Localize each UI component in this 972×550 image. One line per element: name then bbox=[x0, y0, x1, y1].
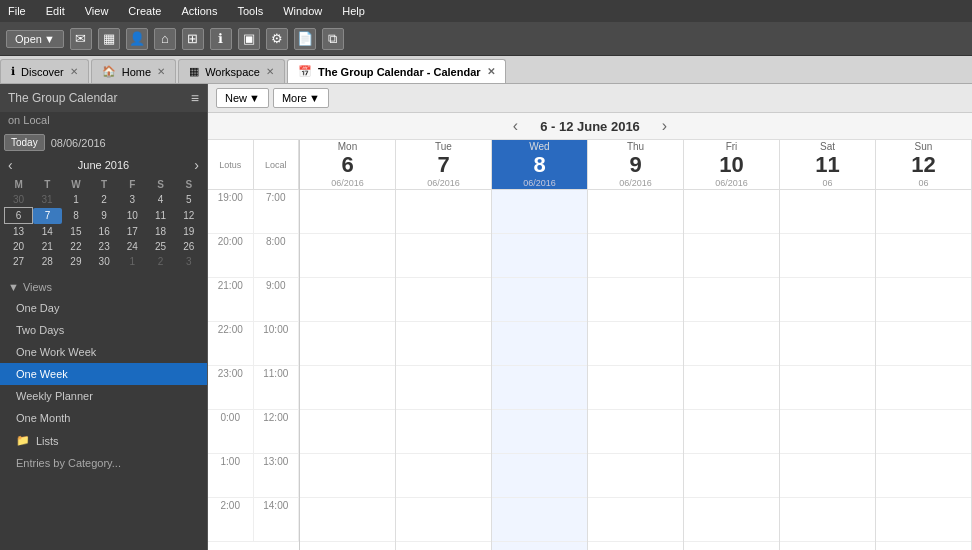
mini-cal-day[interactable]: 13 bbox=[5, 224, 33, 240]
open-button[interactable]: Open ▼ bbox=[6, 30, 64, 48]
mini-cal-day[interactable]: 3 bbox=[175, 254, 203, 269]
today-button[interactable]: Today bbox=[4, 134, 45, 151]
tab-home-close[interactable]: ✕ bbox=[157, 66, 165, 77]
apps-icon[interactable]: ⊞ bbox=[182, 28, 204, 50]
tab-group-calendar-close[interactable]: ✕ bbox=[487, 66, 495, 77]
copy-icon[interactable]: ⧉ bbox=[322, 28, 344, 50]
calendar-cell[interactable] bbox=[684, 234, 779, 278]
mini-cal-day[interactable]: 16 bbox=[90, 224, 118, 240]
calendar-cell[interactable] bbox=[588, 278, 683, 322]
view-item-one-work-week[interactable]: One Work Week bbox=[0, 341, 207, 363]
mini-cal-day[interactable]: 27 bbox=[5, 254, 33, 269]
mini-cal-day[interactable]: 14 bbox=[33, 224, 62, 240]
mini-cal-day[interactable]: 17 bbox=[118, 224, 146, 240]
more-button[interactable]: More ▼ bbox=[273, 88, 329, 108]
calendar-cell[interactable] bbox=[492, 454, 587, 498]
calendar-cell[interactable] bbox=[876, 366, 971, 410]
mini-cal-day[interactable]: 1 bbox=[118, 254, 146, 269]
mini-cal-day[interactable]: 24 bbox=[118, 239, 146, 254]
doc-icon[interactable]: 📄 bbox=[294, 28, 316, 50]
calendar-cell[interactable] bbox=[588, 498, 683, 542]
view-item-two-days[interactable]: Two Days bbox=[0, 319, 207, 341]
tab-discover[interactable]: ℹ Discover ✕ bbox=[0, 59, 89, 83]
day-column-fri[interactable] bbox=[684, 190, 780, 550]
day-column-sat[interactable] bbox=[780, 190, 876, 550]
mini-cal-day[interactable]: 22 bbox=[62, 239, 90, 254]
calendar-cell[interactable] bbox=[876, 234, 971, 278]
monitor-icon[interactable]: ▣ bbox=[238, 28, 260, 50]
mail-icon[interactable]: ✉ bbox=[70, 28, 92, 50]
calendar-cell[interactable] bbox=[492, 498, 587, 542]
calendar-cell[interactable] bbox=[588, 454, 683, 498]
calendar-cell[interactable] bbox=[780, 234, 875, 278]
mini-cal-day[interactable]: 6 bbox=[5, 208, 33, 224]
calendar-cell[interactable] bbox=[396, 410, 491, 454]
menu-actions[interactable]: Actions bbox=[177, 3, 221, 19]
calendar-cell[interactable] bbox=[300, 190, 395, 234]
mini-cal-day[interactable]: 19 bbox=[175, 224, 203, 240]
calendar-cell[interactable] bbox=[780, 454, 875, 498]
calendar-cell[interactable] bbox=[588, 410, 683, 454]
menu-create[interactable]: Create bbox=[124, 3, 165, 19]
home-icon[interactable]: ⌂ bbox=[154, 28, 176, 50]
calendar-cell[interactable] bbox=[396, 234, 491, 278]
day-column-sun[interactable] bbox=[876, 190, 972, 550]
calendar-cell[interactable] bbox=[876, 410, 971, 454]
menu-help[interactable]: Help bbox=[338, 3, 369, 19]
menu-file[interactable]: File bbox=[4, 3, 30, 19]
mini-cal-day[interactable]: 1 bbox=[62, 192, 90, 208]
mini-cal-day[interactable]: 2 bbox=[90, 192, 118, 208]
calendar-cell[interactable] bbox=[876, 498, 971, 542]
calendar-cell[interactable] bbox=[492, 410, 587, 454]
calendar-cell[interactable] bbox=[396, 322, 491, 366]
calendar-cell[interactable] bbox=[396, 190, 491, 234]
prev-month-button[interactable]: ‹ bbox=[4, 157, 17, 173]
calendar-cell[interactable] bbox=[300, 278, 395, 322]
mini-cal-day[interactable]: 3 bbox=[118, 192, 146, 208]
calendar-cell[interactable] bbox=[684, 322, 779, 366]
info-icon[interactable]: ℹ bbox=[210, 28, 232, 50]
calendar-cell[interactable] bbox=[876, 454, 971, 498]
menu-window[interactable]: Window bbox=[279, 3, 326, 19]
day-column-tue[interactable] bbox=[396, 190, 492, 550]
mini-cal-day[interactable]: 5 bbox=[175, 192, 203, 208]
calendar-cell[interactable] bbox=[300, 498, 395, 542]
day-column-thu[interactable] bbox=[588, 190, 684, 550]
calendar-cell[interactable] bbox=[780, 498, 875, 542]
views-header[interactable]: ▼ Views bbox=[0, 277, 207, 297]
tab-workspace[interactable]: ▦ Workspace ✕ bbox=[178, 59, 285, 83]
lists-item[interactable]: 📁 Lists bbox=[0, 429, 207, 452]
contacts-icon[interactable]: 👤 bbox=[126, 28, 148, 50]
calendar-cell[interactable] bbox=[780, 190, 875, 234]
mini-cal-day[interactable]: 12 bbox=[175, 208, 203, 224]
calendar-cell[interactable] bbox=[588, 322, 683, 366]
calendar-cell[interactable] bbox=[684, 410, 779, 454]
mini-cal-day[interactable]: 25 bbox=[147, 239, 175, 254]
calendar-cell[interactable] bbox=[300, 454, 395, 498]
calendar-cell[interactable] bbox=[588, 234, 683, 278]
calendar-cell[interactable] bbox=[396, 454, 491, 498]
calendar-cell[interactable] bbox=[396, 278, 491, 322]
mini-cal-day[interactable]: 18 bbox=[147, 224, 175, 240]
calendar-cell[interactable] bbox=[492, 278, 587, 322]
calendar-cell[interactable] bbox=[300, 410, 395, 454]
calendar-cell[interactable] bbox=[780, 410, 875, 454]
menu-tools[interactable]: Tools bbox=[233, 3, 267, 19]
mini-cal-day[interactable]: 28 bbox=[33, 254, 62, 269]
view-item-one-day[interactable]: One Day bbox=[0, 297, 207, 319]
calendar-cell[interactable] bbox=[492, 322, 587, 366]
tab-discover-close[interactable]: ✕ bbox=[70, 66, 78, 77]
calendar-cell[interactable] bbox=[492, 366, 587, 410]
mini-cal-day[interactable]: 7 bbox=[33, 208, 62, 224]
mini-cal-day[interactable]: 15 bbox=[62, 224, 90, 240]
mini-cal-day[interactable]: 21 bbox=[33, 239, 62, 254]
calendar-cell[interactable] bbox=[684, 498, 779, 542]
calendar-cell[interactable] bbox=[780, 366, 875, 410]
calendar-cell[interactable] bbox=[876, 278, 971, 322]
mini-cal-day[interactable]: 10 bbox=[118, 208, 146, 224]
calendar-cell[interactable] bbox=[492, 190, 587, 234]
mini-cal-day[interactable]: 31 bbox=[33, 192, 62, 208]
tab-home[interactable]: 🏠 Home ✕ bbox=[91, 59, 176, 83]
mini-cal-day[interactable]: 30 bbox=[5, 192, 33, 208]
mini-cal-day[interactable]: 4 bbox=[147, 192, 175, 208]
